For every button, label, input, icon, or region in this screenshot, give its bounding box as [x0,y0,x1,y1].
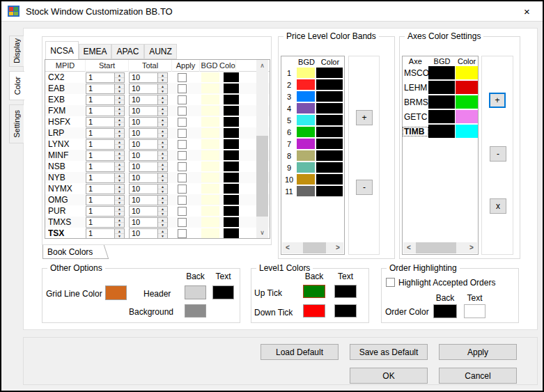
total-spinner[interactable]: 10 ▲ ▼ [129,84,168,94]
apply-checkbox[interactable] [178,207,187,216]
spinner-down-icon[interactable]: ▼ [158,156,167,160]
color-swatch[interactable] [224,150,239,160]
axes-remove-button[interactable]: - [490,146,506,162]
spinner-down-icon[interactable]: ▼ [115,111,124,116]
color-swatch[interactable] [316,68,343,78]
order-text-swatch[interactable] [464,304,485,318]
tab-color[interactable]: Color [9,71,24,100]
total-spinner[interactable]: 10 ▲ ▼ [129,128,168,139]
total-spinner[interactable]: 10 ▲ ▼ [129,173,168,183]
spinner-down-icon[interactable]: ▼ [115,201,124,205]
total-spinner[interactable]: 10 ▲ ▼ [129,95,168,105]
start-spinner[interactable]: 1 ▲ ▼ [86,195,125,205]
spinner-down-icon[interactable]: ▼ [158,145,167,149]
color-swatch[interactable] [316,127,343,137]
price-horizontal-scrollbar[interactable]: < > [282,242,343,253]
background-back-swatch[interactable] [185,304,206,317]
spinner-up-icon[interactable]: ▲ [115,95,124,100]
start-spinner[interactable]: 1 ▲ ▼ [86,173,125,183]
vertical-scrollbar[interactable]: ∧ ∨ [256,60,268,238]
bgd-swatch[interactable] [297,115,315,125]
spinner-up-icon[interactable]: ▲ [115,84,124,89]
spinner-up-icon[interactable]: ▲ [158,162,167,167]
spinner-up-icon[interactable]: ▲ [158,229,167,234]
tab-ncsa[interactable]: NCSA [45,41,79,59]
bgd-swatch[interactable] [201,139,219,149]
color-swatch[interactable] [224,195,239,205]
scrollbar-thumb[interactable] [303,242,326,253]
bgd-swatch[interactable] [428,125,455,138]
tab-aunz[interactable]: AUNZ [144,44,177,59]
apply-checkbox[interactable] [178,118,187,127]
start-value[interactable]: 1 [86,196,114,205]
spinner-down-icon[interactable]: ▼ [115,156,124,160]
total-spinner[interactable]: 10 ▲ ▼ [129,228,168,239]
header-text-swatch[interactable] [212,285,234,299]
color-swatch[interactable] [456,81,478,94]
start-value[interactable]: 1 [86,129,114,138]
start-spinner[interactable]: 1 ▲ ▼ [86,228,125,239]
start-value[interactable]: 1 [86,218,114,227]
total-value[interactable]: 10 [130,73,157,82]
bgd-swatch[interactable] [201,128,219,138]
scrollbar-thumb[interactable] [416,242,456,253]
close-icon[interactable]: × [511,1,543,22]
price-add-button[interactable]: + [356,110,373,125]
scroll-up-icon[interactable]: ∧ [256,60,268,71]
spinner-up-icon[interactable]: ▲ [115,173,124,178]
spinner-down-icon[interactable]: ▼ [158,178,167,182]
total-value[interactable]: 10 [130,218,157,227]
total-value[interactable]: 10 [130,229,157,238]
total-spinner[interactable]: 10 ▲ ▼ [129,162,168,172]
total-value[interactable]: 10 [130,207,157,216]
save-as-default-button[interactable]: Save as Default [350,344,428,360]
color-swatch[interactable] [224,139,239,149]
color-swatch[interactable] [316,103,343,113]
scroll-down-icon[interactable]: ∨ [256,227,268,238]
color-swatch[interactable] [456,125,478,138]
order-back-swatch[interactable] [433,304,457,318]
apply-checkbox[interactable] [178,107,187,116]
total-value[interactable]: 10 [130,95,157,104]
total-value[interactable]: 10 [130,118,157,127]
spinner-down-icon[interactable]: ▼ [158,189,167,194]
bgd-swatch[interactable] [201,95,219,104]
scroll-right-icon[interactable]: > [466,242,477,253]
start-value[interactable]: 1 [86,185,114,194]
start-value[interactable]: 1 [86,162,114,171]
ok-button[interactable]: OK [350,368,428,384]
total-spinner[interactable]: 10 ▲ ▼ [129,184,168,194]
start-spinner[interactable]: 1 ▲ ▼ [86,117,125,127]
total-value[interactable]: 10 [130,173,157,182]
tab-settings[interactable]: Settings [9,104,24,143]
bgd-swatch[interactable] [297,150,315,161]
scroll-left-icon[interactable]: < [282,242,293,253]
spinner-down-icon[interactable]: ▼ [115,212,124,216]
color-swatch[interactable] [316,115,343,125]
spinner-down-icon[interactable]: ▼ [158,100,167,104]
start-spinner[interactable]: 1 ▲ ▼ [86,184,125,194]
bgd-swatch[interactable] [428,110,455,123]
apply-checkbox[interactable] [178,151,187,160]
total-value[interactable]: 10 [130,107,157,116]
price-remove-button[interactable]: - [356,180,373,195]
spinner-up-icon[interactable]: ▲ [115,73,124,78]
total-value[interactable]: 10 [130,162,157,171]
spinner-down-icon[interactable]: ▼ [158,123,167,127]
start-spinner[interactable]: 1 ▲ ▼ [86,72,125,83]
start-spinner[interactable]: 1 ▲ ▼ [86,206,125,217]
total-value[interactable]: 10 [130,84,157,93]
color-swatch[interactable] [316,79,343,90]
apply-checkbox[interactable] [178,229,187,238]
tab-display[interactable]: Display [9,36,24,67]
bgd-swatch[interactable] [201,173,219,182]
spinner-down-icon[interactable]: ▼ [158,201,167,205]
color-swatch[interactable] [224,173,239,182]
bgd-swatch[interactable] [201,184,219,194]
color-swatch[interactable] [224,184,239,194]
apply-button[interactable]: Apply [439,344,517,360]
spinner-up-icon[interactable]: ▲ [115,185,124,189]
tab-book-colors[interactable]: Book Colors [42,245,102,259]
spinner-up-icon[interactable]: ▲ [158,84,167,89]
bgd-swatch[interactable] [428,95,455,109]
